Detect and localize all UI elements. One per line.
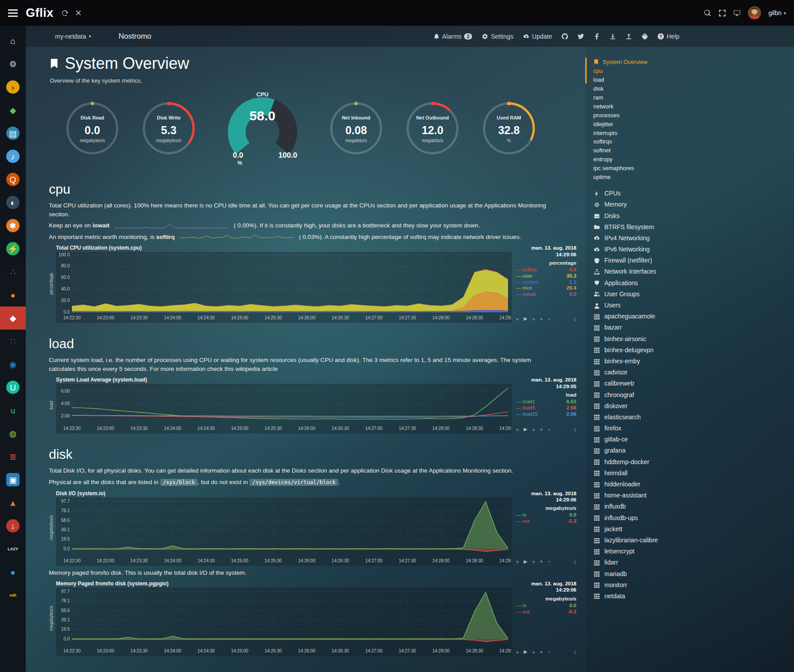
sidebar-item-grafana[interactable]: grafana xyxy=(593,445,794,456)
sidebar-item-user-groups[interactable]: User Groups xyxy=(593,289,794,300)
sidebar-item-cpu[interactable]: cpu xyxy=(593,67,794,76)
resize-icon[interactable]: ↕ xyxy=(574,426,577,433)
sidebar-item-apacheguacamole[interactable]: apacheguacamole xyxy=(593,311,794,322)
resize-icon[interactable]: ↕ xyxy=(574,648,577,655)
app-icon-gitlab[interactable]: ▲ xyxy=(0,491,26,514)
legend-system[interactable]: — system2.3 xyxy=(516,279,576,286)
app-icon-home[interactable]: ⌂ xyxy=(0,29,26,52)
backwards-icon[interactable]: « xyxy=(516,316,519,322)
zoom-in-icon[interactable]: + xyxy=(540,427,543,432)
sidebar-item-influxdb[interactable]: influxdb xyxy=(593,501,794,512)
play-icon[interactable]: ▶ xyxy=(524,426,527,432)
sidebar-item-elasticsearch[interactable]: elasticsearch xyxy=(593,412,794,423)
forwards-icon[interactable]: » xyxy=(532,316,535,322)
sidebar-item-entropy[interactable]: entropy xyxy=(593,155,794,164)
sidebar-item-idlejitter[interactable]: idlejitter xyxy=(593,120,794,129)
sidebar-item-softnet[interactable]: softnet xyxy=(593,146,794,155)
sidebar-item-netdata[interactable]: netdata xyxy=(593,591,794,602)
sidebar-item-softirqs[interactable]: softirqs xyxy=(593,137,794,146)
app-icon-plex[interactable]: › xyxy=(0,76,26,99)
sidebar-item-memory[interactable]: Memory xyxy=(593,199,794,210)
app-icon-sabnzbd[interactable]: sab xyxy=(0,584,26,607)
backwards-icon[interactable]: « xyxy=(516,427,519,432)
app-icon-red-grid-app[interactable]: ∷ xyxy=(0,330,26,353)
app-icon-emby[interactable]: ◐ xyxy=(0,191,26,214)
sidebar-item-binhex-delugevpn[interactable]: binhex-delugevpn xyxy=(593,345,794,356)
app-icon-teal-tiles-app[interactable]: ▤ xyxy=(0,122,26,145)
app-icon-teal-u-app[interactable]: U xyxy=(0,376,26,399)
sidebar-item-users[interactable]: Users xyxy=(593,300,794,311)
download-button[interactable] xyxy=(610,33,616,40)
sidebar-item-applications[interactable]: Applications xyxy=(593,278,794,289)
app-icon-settings[interactable]: ⚙ xyxy=(0,52,26,76)
app-icon-bars-app[interactable]: ≣ xyxy=(0,445,26,468)
sidebar-item-gitlab-ce[interactable]: gitlab-ce xyxy=(593,434,794,445)
resize-icon[interactable]: ↕ xyxy=(574,558,577,565)
gauge-net-inbound[interactable]: Net Inbound0.08megabits/s xyxy=(327,99,385,159)
refresh-icon[interactable] xyxy=(61,9,68,17)
app-icon-green-u-app[interactable]: u xyxy=(0,399,26,422)
sidebar-item-network[interactable]: network xyxy=(593,102,794,111)
sidebar-item-ipv6-networking[interactable]: IPv6 Networking xyxy=(593,244,794,255)
facebook-button[interactable] xyxy=(594,33,600,40)
play-icon[interactable]: ▶ xyxy=(524,316,527,322)
sidebar-item-network-interfaces[interactable]: Network Interfaces xyxy=(593,266,794,277)
sidebar-item-chronograf[interactable]: chronograf xyxy=(593,390,794,401)
sidebar-item-cpus[interactable]: CPUs xyxy=(593,188,794,199)
sidebar-item-binhex-airsonic[interactable]: binhex-airsonic xyxy=(593,334,794,345)
update-button[interactable]: Update xyxy=(523,33,552,40)
sidebar-item-ipv4-networking[interactable]: IPv4 Networking xyxy=(593,233,794,244)
sidebar-item-btrfs-filesystem[interactable]: BTRFS filesystem xyxy=(593,222,794,233)
gauge-cpu[interactable]: CPU58.00.0100.0% xyxy=(216,90,309,168)
sidebar-item-interrupts[interactable]: interrupts xyxy=(593,129,794,138)
legend-iowait[interactable]: — iowait0.0 xyxy=(516,291,576,298)
backwards-icon[interactable]: « xyxy=(516,559,519,564)
sidebar-item-heimdall[interactable]: heimdall xyxy=(593,468,794,479)
zoom-out-icon[interactable]: − xyxy=(548,316,550,322)
legend-in[interactable]: — in0.0 xyxy=(516,512,576,518)
sidebar-item-cadvisor[interactable]: cadvisor xyxy=(593,367,794,378)
user-menu[interactable]: gilbn▾ xyxy=(768,9,786,16)
search-icon[interactable] xyxy=(704,9,711,17)
fullscreen-icon[interactable] xyxy=(719,9,726,17)
gauge-net-outbound[interactable]: Net Outbound12.0megabits/s xyxy=(403,99,462,159)
app-icon-red-dots-app[interactable]: ∴ xyxy=(0,260,26,283)
host-selector[interactable]: my-netdata▾ xyxy=(55,33,91,40)
forwards-icon[interactable]: » xyxy=(532,427,535,432)
app-icon-blue-square-app[interactable]: ▣ xyxy=(0,468,26,491)
sidebar-item-monitorr[interactable]: monitorr xyxy=(593,580,794,591)
sidebar-item-ram[interactable]: ram xyxy=(593,93,794,102)
sidebar-item-disk[interactable]: disk xyxy=(593,84,794,93)
sidebar-item-calibreweb[interactable]: calibreweb xyxy=(593,378,794,389)
backwards-icon[interactable]: « xyxy=(516,649,519,655)
iowait-sparkline[interactable] xyxy=(114,223,229,229)
legend-softirq[interactable]: — softirq0.0 xyxy=(516,267,576,273)
cpu-chart[interactable]: percentageTotal CPU utilization (system.… xyxy=(49,245,579,323)
app-icon-red-arrow-app[interactable]: ↓ xyxy=(0,514,26,537)
display-icon[interactable] xyxy=(733,9,741,17)
help-button[interactable]: Help xyxy=(658,33,679,40)
legend-out[interactable]: — out-5.2 xyxy=(516,609,576,615)
app-icon-blue-drop-app[interactable]: ● xyxy=(0,561,26,584)
play-icon[interactable]: ▶ xyxy=(524,649,527,655)
app-icon-blue-circles-app[interactable]: ◉ xyxy=(0,353,26,376)
sidebar-item-mariadb[interactable]: mariadb xyxy=(593,569,794,580)
app-icon-netdata-shield[interactable]: ◆ xyxy=(0,306,26,330)
sidebar-item-hiddenloader[interactable]: hiddenloader xyxy=(593,479,794,490)
gauge-disk-write[interactable]: Disk Write5.3megabytes/s xyxy=(139,99,198,159)
app-icon-lazylibrarian[interactable]: LAZY xyxy=(0,537,26,561)
app-icon-kodi[interactable]: ✱ xyxy=(0,214,26,237)
sidebar-item-letsencrypt[interactable]: letsencrypt xyxy=(593,546,794,557)
sidebar-item-firefox[interactable]: firefox xyxy=(593,423,794,434)
sidebar-item-uptime[interactable]: uptime xyxy=(593,173,794,182)
app-icon-yellow-circle-app[interactable]: ◍ xyxy=(0,422,26,445)
zoom-in-icon[interactable]: + xyxy=(540,559,543,564)
sidebar-item-load[interactable]: load xyxy=(593,76,794,84)
legend-load1[interactable]: — load16.51 xyxy=(516,399,576,405)
load-chart[interactable]: loadSystem Load Average (system.load)2.0… xyxy=(49,377,579,433)
twitter-button[interactable] xyxy=(578,33,584,40)
softirq-sparkline[interactable] xyxy=(179,234,294,240)
sidebar-item-ipc-semaphores[interactable]: ipc semaphores xyxy=(593,164,794,173)
alarms-button[interactable]: Alarms 2 xyxy=(433,33,472,40)
app-icon-orange-circle-app[interactable]: ● xyxy=(0,283,26,306)
